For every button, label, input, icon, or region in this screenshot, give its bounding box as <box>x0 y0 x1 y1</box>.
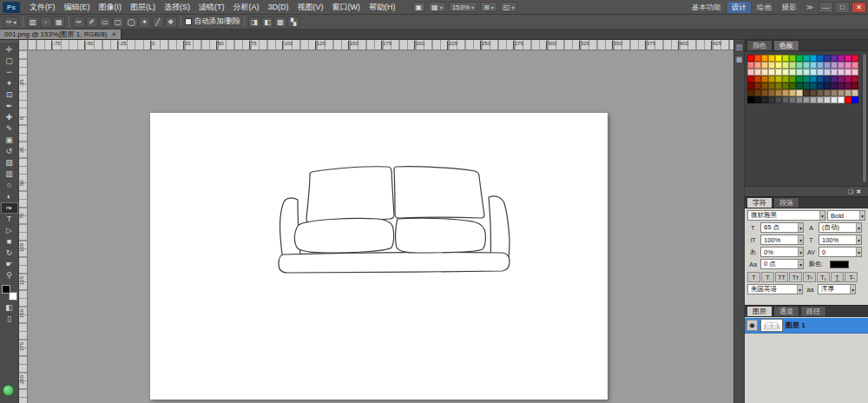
menu-item[interactable]: 滤镜(T) <box>194 3 229 11</box>
swatch[interactable] <box>824 69 831 76</box>
swatch[interactable] <box>747 55 754 62</box>
type-style-button[interactable]: TT <box>775 272 788 282</box>
menu-item[interactable]: 图层(L) <box>126 3 160 11</box>
swatch[interactable] <box>782 96 789 103</box>
swatch[interactable] <box>831 62 838 69</box>
layer-visibility-eye-icon[interactable]: ◉ <box>746 320 758 331</box>
auto-add-delete-checkbox[interactable] <box>185 18 192 25</box>
gradient-tool[interactable]: ▥ <box>1 168 18 180</box>
screen-mode-button[interactable]: ▯ <box>1 314 18 325</box>
eyedropper-tool[interactable]: ✒ <box>1 101 18 112</box>
swatch[interactable] <box>768 89 775 96</box>
swatch[interactable] <box>768 62 775 69</box>
baseline-shift-select[interactable]: 0 点 <box>760 259 804 269</box>
swatch[interactable] <box>810 89 817 96</box>
swatch[interactable] <box>768 83 775 89</box>
swatch[interactable] <box>852 89 858 96</box>
swatch[interactable] <box>824 55 831 62</box>
quick-mask-button[interactable]: ◧ <box>1 302 18 314</box>
swatches-scrollbar[interactable] <box>862 53 867 183</box>
swatch[interactable] <box>817 55 824 62</box>
swatch[interactable] <box>803 69 810 76</box>
type-style-button[interactable]: T <box>747 272 760 282</box>
swatch[interactable] <box>810 62 817 69</box>
antialias-select[interactable]: 浑厚 <box>818 284 856 294</box>
fill-pixels-icon[interactable]: ▦ <box>53 17 65 28</box>
swatch[interactable] <box>761 55 768 62</box>
layer-thumbnail[interactable] <box>760 319 783 332</box>
swatch[interactable] <box>824 83 831 89</box>
swatch[interactable] <box>754 83 761 89</box>
vertical-ruler[interactable]: -250255075100125150175200225 <box>19 50 28 403</box>
swatch[interactable] <box>817 62 824 69</box>
swatch[interactable] <box>796 69 803 76</box>
swatch[interactable] <box>775 96 782 103</box>
dodge-tool[interactable]: ◐ <box>1 191 18 202</box>
swatch[interactable] <box>810 55 817 62</box>
swatch[interactable] <box>845 55 852 62</box>
swatch[interactable] <box>789 83 796 89</box>
swatch[interactable] <box>747 62 754 69</box>
swatch[interactable] <box>747 69 754 76</box>
swatch[interactable] <box>796 76 803 83</box>
collapsed-panel-info[interactable]: ▤ <box>734 55 744 64</box>
text-color-chip[interactable] <box>830 261 849 268</box>
swatch[interactable] <box>824 62 831 69</box>
swatch[interactable] <box>775 62 782 69</box>
freeform-pen-icon[interactable]: ✐ <box>86 17 98 28</box>
swatch[interactable] <box>838 69 845 76</box>
horizontal-scale-select[interactable]: 100% <box>819 235 862 245</box>
clone-stamp-tool[interactable]: ▣ <box>1 135 18 146</box>
font-size-select[interactable]: 65 点 <box>760 222 804 233</box>
swatch[interactable] <box>754 62 761 69</box>
foreground-color-swatch[interactable] <box>2 285 10 294</box>
swatch[interactable] <box>747 83 754 89</box>
swatch[interactable] <box>803 62 810 69</box>
menu-item[interactable]: 视图(V) <box>293 3 328 11</box>
font-family-select[interactable]: 微软雅黑 <box>747 210 825 221</box>
swatch[interactable] <box>831 83 838 89</box>
type-style-button[interactable]: T₁ <box>817 272 830 282</box>
swatch[interactable] <box>754 55 761 62</box>
custom-shape-icon[interactable]: ❖ <box>165 17 177 28</box>
panel-tab[interactable]: 通道 <box>773 306 799 316</box>
tracking-select[interactable]: 0 <box>819 247 862 257</box>
swatch[interactable] <box>789 62 796 69</box>
swatch[interactable] <box>845 96 852 103</box>
path-selection-tool[interactable]: ▷ <box>1 225 18 236</box>
healing-brush-tool[interactable]: ✚ <box>1 112 18 123</box>
swatch[interactable] <box>817 76 824 83</box>
layer-name[interactable]: 图层 1 <box>786 320 806 330</box>
type-style-button[interactable]: T̲ <box>831 272 844 282</box>
intersect-area-icon[interactable]: ▩ <box>274 17 286 28</box>
swatch[interactable] <box>838 89 845 96</box>
arrange-documents-button[interactable]: ⊞▾ <box>480 2 497 12</box>
swatch[interactable] <box>824 89 831 96</box>
swatch[interactable] <box>782 76 789 83</box>
swatch[interactable] <box>810 76 817 83</box>
swatch[interactable] <box>796 62 803 69</box>
swatch[interactable] <box>789 76 796 83</box>
swatch[interactable] <box>761 83 768 89</box>
vertical-scale-select[interactable]: 100% <box>760 235 804 245</box>
panel-tab[interactable]: 字符 <box>746 197 773 208</box>
menu-item[interactable]: 编辑(E) <box>60 3 95 11</box>
swatch[interactable] <box>803 83 810 89</box>
panel-tab[interactable]: 段落 <box>773 197 799 208</box>
type-style-button[interactable]: Tт <box>789 272 802 282</box>
swatch[interactable] <box>782 62 789 69</box>
ellipse-icon[interactable]: ◯ <box>125 17 138 28</box>
swatch[interactable] <box>761 89 768 96</box>
panel-tab[interactable]: 颜色 <box>746 40 773 50</box>
paths-icon[interactable]: ▫ <box>40 17 52 28</box>
swatch[interactable] <box>845 76 852 83</box>
type-style-button[interactable]: T <box>761 272 774 282</box>
brush-tool[interactable]: ✎ <box>1 123 18 135</box>
menu-item[interactable]: 窗口(W) <box>328 3 365 11</box>
swatch[interactable] <box>782 55 789 62</box>
pen-tool[interactable]: ✑ <box>1 202 18 214</box>
swatch[interactable] <box>754 76 761 83</box>
swatch[interactable] <box>803 76 810 83</box>
swatch[interactable] <box>775 89 782 96</box>
zoom-level-select[interactable]: 153%▾ <box>449 2 477 12</box>
